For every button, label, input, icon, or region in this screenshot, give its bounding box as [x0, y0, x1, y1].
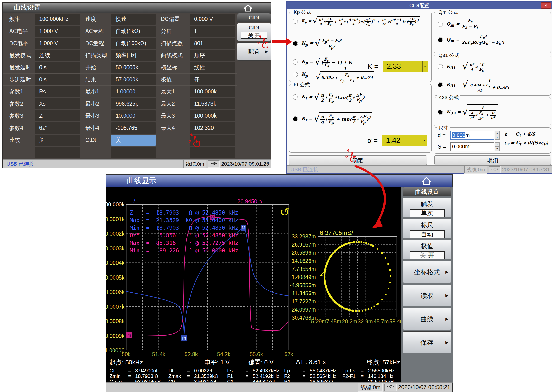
settings-value-cell[interactable]: 0 s — [35, 74, 80, 85]
settings-value-cell[interactable] — [190, 134, 235, 146]
chevron-right-icon: ► — [445, 261, 449, 283]
settings-value-cell[interactable]: 1 — [190, 26, 235, 37]
legend-line: θz° = -5.856 ° @ 52.4850 kHz — [130, 231, 238, 239]
kt-option-radio[interactable] — [293, 116, 298, 121]
settings-value-cell[interactable]: 线性 — [190, 62, 235, 73]
settings-value-cell[interactable]: 连续 — [35, 50, 80, 61]
settings-value-cell[interactable]: 102.320 — [190, 122, 235, 133]
sidebar-menu-曲线[interactable]: 曲线► — [403, 308, 451, 330]
axis-tick-label: 1.40849m — [288, 274, 316, 280]
k33-option-radio[interactable] — [438, 110, 443, 115]
axis-tick-label: -11.3456m — [288, 290, 316, 297]
settings-row: 比较关CtDt关 — [3, 134, 237, 146]
sidebar-toggle-触发[interactable]: 触发单次 — [403, 198, 451, 217]
kt-option-radio[interactable] — [293, 94, 298, 100]
dialog-datetime: 2023/10/07 08:57:31 — [502, 167, 550, 173]
axis-tick-label: 33.2937m — [288, 233, 316, 240]
settings-value-cell[interactable]: Rs — [35, 86, 80, 97]
settings-value-cell[interactable]: Z — [35, 110, 80, 121]
kp-option-radio[interactable] — [293, 19, 298, 24]
sidebar-toggle-极值[interactable]: 极值关-开 — [403, 240, 451, 259]
q31-option-radio[interactable] — [438, 82, 443, 87]
k-value-combo[interactable]: 2.33▼ — [383, 61, 428, 72]
settings-label: 步进延时 — [3, 76, 35, 83]
settings-value-cell[interactable]: 998.625p — [111, 98, 156, 109]
settings-value-cell[interactable]: 1.000 V — [35, 26, 80, 37]
settings-value-cell[interactable] — [190, 147, 235, 158]
sidebar-menu-坐标格式[interactable]: 坐标格式► — [403, 261, 451, 283]
settings-value-cell[interactable]: 10.0000 — [111, 110, 156, 121]
settings-value-cell[interactable]: 0 s — [35, 62, 80, 73]
settings-value-cell[interactable]: 快速 — [111, 14, 156, 25]
ok-button[interactable]: 确定 — [289, 155, 427, 165]
settings-row: 参数3Z最小310.0000最大3100.000k — [3, 110, 237, 122]
settings-label: 横坐标 — [158, 64, 190, 71]
s-input[interactable]: 0.000m² — [450, 142, 494, 151]
q31-option-radio[interactable] — [438, 64, 443, 69]
qm-option-radio[interactable] — [438, 21, 443, 27]
settings-value-cell[interactable]: 11.5373k — [190, 98, 235, 109]
settings-value-cell[interactable]: 100.000k — [190, 110, 235, 121]
ctdt-config-dialog: CtDt配置 × Kp 公式 Kp = √π²4∗△FFs + π²4∗(4−π… — [286, 1, 552, 174]
settings-value-cell[interactable]: 关 — [111, 134, 156, 146]
settings-value-cell[interactable]: -106.765 — [111, 122, 156, 133]
settings-value-cell[interactable]: 100.000kHz — [35, 14, 80, 25]
settings-value-cell[interactable] — [35, 147, 80, 158]
chevron-right-icon: ► — [445, 331, 449, 353]
home-icon[interactable] — [243, 3, 253, 12]
ctdt-toggle-state: 关-开 — [241, 32, 267, 39]
kp-formula: Kp = 1√0.395 ∗ FsFp − Fs + 0.574 — [302, 66, 375, 83]
settings-label: 扫描类型 — [82, 52, 111, 59]
d-input[interactable]: 0.000m — [450, 131, 494, 140]
axis-tick-label: 58.4m — [388, 318, 401, 325]
ctdt-toggle-label: CtDt — [249, 25, 259, 31]
d-stepper[interactable]: ▲▼ — [495, 131, 500, 140]
settings-value-cell[interactable] — [111, 147, 156, 158]
axis-tick-label: 60.0004k — [106, 260, 124, 266]
chevron-right-icon: ► — [445, 308, 449, 330]
settings-value-cell[interactable]: 自动(1kΩ) — [111, 26, 156, 37]
svg-text:m: m — [182, 336, 186, 341]
settings-value-cell[interactable]: 1.00000 — [111, 86, 156, 97]
sidebar-toggle-标尺[interactable]: 标尺自动 — [403, 219, 451, 238]
settings-value-cell[interactable]: 频率[Hz] — [111, 50, 156, 61]
settings-table: 频率100.000kHz速度快速DC偏置0.000 VAC电平1.000 VAC… — [3, 13, 237, 158]
sidebar-menu-读取[interactable]: 读取► — [403, 285, 451, 306]
cancel-button[interactable]: 取消 — [434, 155, 551, 165]
settings-label: CtDt — [82, 137, 111, 143]
dialog-status-bar: USB 已连接. 线缆:0m 2023/10/07 08:57:31 — [287, 165, 552, 173]
alpha-value-combo[interactable]: 1.42▼ — [382, 134, 427, 147]
settings-value-cell[interactable]: 关 — [35, 134, 80, 146]
settings-value-cell[interactable]: 50.0000k — [111, 62, 156, 73]
kp-option-radio[interactable] — [293, 41, 298, 46]
settings-value-cell[interactable]: 0.000 V — [190, 14, 235, 25]
sidebar-menu-保存[interactable]: 保存► — [403, 331, 451, 353]
kp-option-radio[interactable] — [293, 59, 298, 64]
settings-value-cell[interactable]: 57.0000k — [111, 74, 156, 85]
svg-text:m: m — [127, 333, 131, 338]
kp-option-radio[interactable] — [293, 72, 298, 77]
axis-tick-label: 7.78554m — [288, 266, 316, 273]
settings-value-cell[interactable]: 开 — [190, 74, 235, 85]
settings-value-cell[interactable]: θz° — [35, 122, 80, 133]
usb-status-text: USB 已连接. — [291, 166, 320, 173]
settings-value-cell[interactable]: 801 — [190, 38, 235, 49]
usb-status-text: USB 已连接. — [7, 161, 36, 168]
settings-value-cell[interactable]: 1.000 V — [35, 38, 80, 49]
qm-formula: Qm = Fp²2πFsRCT(Fp² − Fs²) — [446, 34, 505, 46]
kp-formula: Kp = √Fp² − Fs²Fp² — [302, 37, 343, 50]
chevron-right-icon: ► — [264, 42, 269, 61]
s-stepper[interactable]: ▲▼ — [495, 142, 500, 151]
ctdt-toggle-button[interactable]: CtDt 关-开 — [237, 23, 271, 41]
home-icon[interactable] — [421, 176, 432, 186]
settings-label: 最大4 — [158, 124, 190, 132]
settings-value-cell[interactable]: 100.000k — [190, 86, 235, 97]
curve-display-panel: 曲线显示 ------ / 20.9450 °/ mmMM Z = 18.790… — [106, 175, 452, 392]
settings-value-cell[interactable]: 自动(100kΩ) — [111, 38, 156, 49]
settings-value-cell[interactable]: 顺序 — [190, 50, 235, 61]
ctdt-config-button[interactable]: 配置 ► — [237, 42, 271, 61]
qm-option-radio[interactable] — [438, 37, 443, 42]
settings-value-cell[interactable]: Xs — [35, 98, 80, 109]
kt-formula: Kt = √πα∗FsFp + tan(π2∗△FFp)2 — [302, 112, 373, 125]
close-icon[interactable]: × — [541, 2, 551, 8]
